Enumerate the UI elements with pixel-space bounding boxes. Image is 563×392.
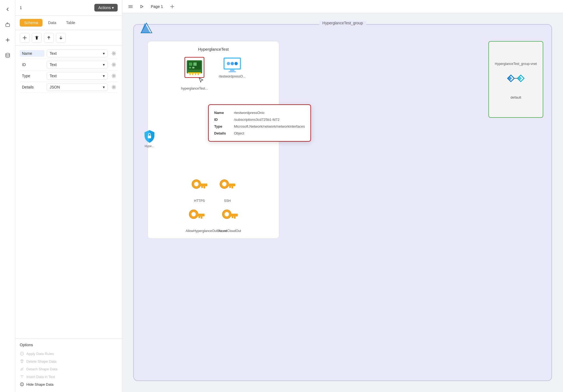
svg-point-1 xyxy=(6,53,10,55)
field-type-name[interactable]: Text ▾ xyxy=(47,50,108,57)
keys-row-2: AllowHyperglanceOutBound AzureCl xyxy=(153,208,273,233)
apply-data-rules-label: Apply Data Rules xyxy=(26,352,54,356)
svg-rect-17 xyxy=(189,67,191,68)
field-label-id: ID xyxy=(20,61,44,68)
outer-group-label: HyperglanceTest_group xyxy=(319,21,366,25)
azure-label: AzureCloudOut xyxy=(219,229,241,233)
move-up-button[interactable] xyxy=(44,33,54,43)
svg-point-33 xyxy=(194,182,199,186)
allow-key-shape[interactable]: AllowHyperglanceOutBound xyxy=(186,208,208,233)
popup-details-key: Details xyxy=(214,131,231,135)
ssh-label: SSH xyxy=(224,199,231,203)
move-down-button[interactable] xyxy=(56,33,66,43)
panel-number: 1 xyxy=(20,5,22,10)
hide-shape-data-label: Hide Shape Data xyxy=(26,382,53,387)
svg-rect-50 xyxy=(234,216,236,219)
options-section: Options Apply Data Rules Delete Shape Da… xyxy=(15,339,122,392)
svg-point-43 xyxy=(191,212,196,216)
field-settings-name[interactable] xyxy=(110,50,118,57)
insert-data-text-item: Insert Data in Text xyxy=(20,373,118,380)
tab-data[interactable]: Data xyxy=(44,19,61,27)
svg-rect-35 xyxy=(203,186,205,188)
popup-type-key: Type xyxy=(214,124,231,128)
nsg-shape[interactable]: rtestwordpressO... xyxy=(219,57,246,90)
apply-data-rules-item: Apply Data Rules xyxy=(20,350,118,357)
shield-icon xyxy=(142,129,157,143)
nsg-label: rtestwordpressO... xyxy=(219,75,246,78)
schema-row-type: Type Text ▾ xyxy=(20,70,118,82)
tab-schema[interactable]: Schema xyxy=(20,19,43,27)
canvas-area: HyperglanceTest_group HyperglanceTest xyxy=(122,13,563,392)
list-icon[interactable] xyxy=(127,3,134,10)
https-key-shape[interactable]: HTTPS xyxy=(191,178,208,203)
schema-toolbar xyxy=(15,30,122,46)
outer-group: HyperglanceTest_group HyperglanceTest xyxy=(133,24,552,381)
svg-rect-36 xyxy=(201,186,203,188)
back-button[interactable] xyxy=(3,4,13,14)
popup-id-val: /subscriptions3cd725b1-fd72 xyxy=(234,118,279,122)
actions-button[interactable]: Actions ▾ xyxy=(94,4,118,12)
field-type-type[interactable]: Text ▾ xyxy=(47,72,108,80)
popup-name-val: rtestwordpressOnic xyxy=(234,111,265,115)
keys-row-1: HTTPS SSH xyxy=(153,178,273,203)
svg-rect-20 xyxy=(189,73,191,75)
field-type-id[interactable]: Text ▾ xyxy=(47,61,108,68)
delete-shape-data-label: Delete Shape Data xyxy=(26,359,56,364)
schema-tabs: Schema Data Table xyxy=(15,16,122,30)
vnet-box[interactable]: HyperglanceTest_group-vnet xyxy=(488,41,543,118)
svg-point-4 xyxy=(113,75,115,77)
database-icon[interactable] xyxy=(3,50,13,60)
trash-icon xyxy=(20,359,24,364)
azure-key-shape[interactable]: AzureCloudOut xyxy=(219,208,241,233)
vnet-label: HyperglanceTest_group-vnet xyxy=(493,60,539,68)
tab-table[interactable]: Table xyxy=(62,19,80,27)
delete-row-button[interactable] xyxy=(32,33,42,43)
schema-row-name: Name Text ▾ xyxy=(20,48,118,59)
cursor-icon xyxy=(199,77,204,84)
vm-icon xyxy=(186,58,203,76)
field-settings-id[interactable] xyxy=(110,61,118,68)
svg-rect-51 xyxy=(232,216,233,218)
shield-shape[interactable]: Hype... xyxy=(142,129,157,148)
detach-shape-data-label: Detach Shape Data xyxy=(26,367,57,371)
vnet-icon xyxy=(505,71,527,93)
ssh-key-shape[interactable]: SSH xyxy=(219,178,236,203)
azure-key-icon xyxy=(221,208,238,227)
svg-rect-49 xyxy=(230,214,238,216)
field-settings-type[interactable] xyxy=(110,72,118,80)
svg-point-3 xyxy=(113,64,115,65)
svg-rect-23 xyxy=(198,73,199,75)
add-page-button[interactable] xyxy=(168,3,176,10)
https-label: HTTPS xyxy=(194,199,205,203)
svg-point-7 xyxy=(21,353,21,354)
field-settings-details[interactable] xyxy=(110,83,118,91)
field-type-details[interactable]: JSON ▾ xyxy=(47,83,108,91)
svg-rect-46 xyxy=(199,216,200,218)
nsg-icon xyxy=(223,57,242,73)
svg-point-5 xyxy=(113,87,115,88)
info-icon xyxy=(20,382,24,387)
vm-nsg-row: hyperglanceTest... xyxy=(153,57,273,90)
add-icon[interactable] xyxy=(3,35,13,45)
briefcase-icon[interactable] xyxy=(3,20,13,30)
page-tab[interactable]: Page 1 xyxy=(149,3,165,10)
svg-rect-41 xyxy=(229,186,231,188)
svg-rect-22 xyxy=(195,73,196,75)
hide-shape-data-item[interactable]: Hide Shape Data xyxy=(20,380,118,388)
svg-point-28 xyxy=(234,62,238,65)
svg-rect-19 xyxy=(188,72,201,73)
delete-shape-data-item: Delete Shape Data xyxy=(20,357,118,365)
popup-id-row: ID /subscriptions3cd725b1-fd72 xyxy=(214,116,305,123)
allow-key-icon xyxy=(188,208,205,227)
play-icon[interactable] xyxy=(138,3,145,10)
svg-rect-30 xyxy=(228,71,236,72)
add-row-button[interactable] xyxy=(20,33,30,43)
popup-type-val: Microsoft.Network/network/networkinterfa… xyxy=(234,124,305,128)
detach-shape-data-item: Detach Shape Data xyxy=(20,365,118,373)
ssh-key-icon xyxy=(219,178,236,197)
detach-icon xyxy=(20,367,24,371)
svg-rect-34 xyxy=(200,184,207,186)
svg-point-38 xyxy=(222,182,227,186)
panel-header: 1 Actions ▾ xyxy=(15,0,122,16)
vm-shape[interactable]: hyperglanceTest... xyxy=(181,57,208,90)
